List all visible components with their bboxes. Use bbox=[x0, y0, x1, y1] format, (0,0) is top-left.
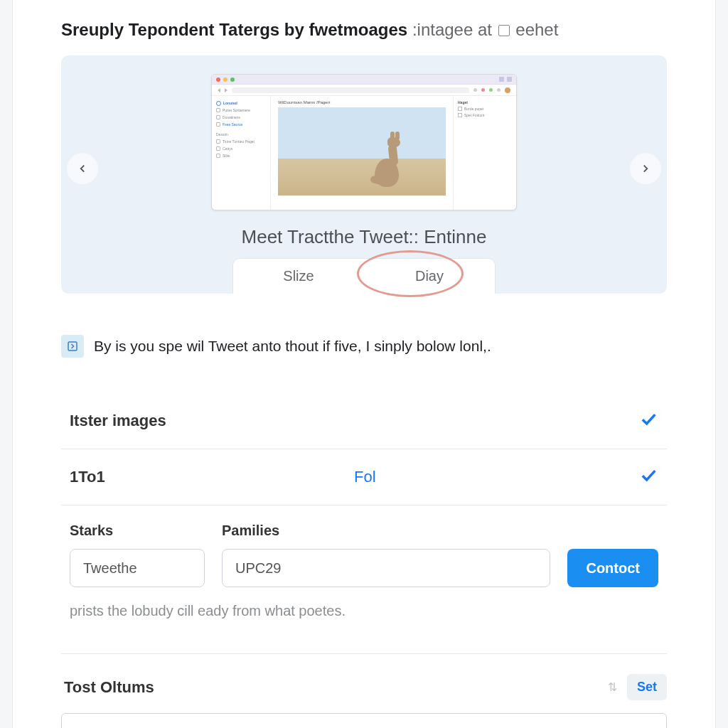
hero-tabs: Slize Diay bbox=[232, 258, 496, 294]
mock-rightpanel: Haget Borde pupet Spet Futtiont bbox=[454, 96, 516, 210]
row-label: 1To1 bbox=[70, 468, 354, 486]
avatar-icon bbox=[505, 87, 510, 93]
back-arrow-icon bbox=[218, 88, 220, 92]
carousel-next-button[interactable] bbox=[630, 153, 661, 184]
screenshot-mock: Lonuted Puttet Sortteniere Dosatinens Fx… bbox=[211, 74, 517, 210]
check-icon bbox=[638, 465, 658, 489]
set-button[interactable]: Set bbox=[627, 674, 667, 700]
chevron-right-icon bbox=[639, 162, 652, 175]
mock-right-header: Haget bbox=[458, 100, 512, 105]
pamilies-label: Pamilies bbox=[222, 523, 550, 539]
field-pamilies: Pamilies bbox=[222, 523, 550, 587]
addr-dot-icon bbox=[481, 88, 485, 92]
forward-arrow-icon bbox=[225, 88, 228, 92]
mock-side-item: Silits bbox=[216, 153, 266, 159]
row-1to1[interactable]: 1To1 Fol bbox=[61, 449, 667, 505]
carousel-prev-button[interactable] bbox=[67, 153, 98, 184]
traffic-light-max-icon bbox=[230, 77, 235, 82]
mock-main-caption: WilDountsan Marns /Pagert bbox=[278, 100, 446, 105]
mock-side-header: Lonuted bbox=[216, 100, 266, 106]
row-label: Itster images bbox=[70, 412, 354, 430]
mock-side-item: Fxea Sauros bbox=[216, 122, 266, 127]
filter-icon[interactable]: ⇅ bbox=[608, 680, 617, 694]
mock-right-item: Borde pupet bbox=[458, 107, 512, 111]
hero-panel: Lonuted Puttet Sortteniere Dosatinens Fx… bbox=[61, 55, 667, 294]
contoct-button[interactable]: Contoct bbox=[567, 549, 658, 587]
mock-addressbar bbox=[212, 85, 516, 96]
form-hint: prists the lobudy cill eady from what po… bbox=[61, 587, 667, 619]
tab-slize[interactable]: Slize bbox=[233, 259, 364, 294]
mock-url bbox=[232, 87, 469, 93]
mock-photo bbox=[278, 107, 446, 196]
bottom-header: Tost Oltums ⇅ Set bbox=[61, 654, 667, 713]
info-text: By is you spe wil Tweet anto thout if fi… bbox=[94, 338, 491, 355]
titlebar-control-icon bbox=[499, 77, 504, 82]
expand-icon[interactable] bbox=[61, 335, 84, 358]
title-trail: eehet bbox=[515, 20, 558, 39]
square-icon bbox=[498, 25, 510, 36]
chevron-left-icon bbox=[76, 162, 89, 175]
tab-diay[interactable]: Diay bbox=[364, 259, 495, 294]
mock-sidebar: Lonuted Puttet Sortteniere Dosatinens Fx… bbox=[212, 96, 270, 210]
titlebar-control-icon bbox=[507, 77, 512, 82]
svg-rect-0 bbox=[68, 342, 77, 350]
row-link[interactable]: Fol bbox=[354, 468, 638, 486]
title-box bbox=[497, 20, 516, 39]
title-light: :intagee at bbox=[412, 20, 492, 39]
settings-list: Itster images 1To1 Fol bbox=[61, 392, 667, 505]
title-strong: Sreuply Tepondent Tatergs by fwetmoages bbox=[61, 20, 407, 39]
mock-titlebar bbox=[212, 75, 516, 85]
pamilies-input[interactable] bbox=[222, 549, 550, 587]
mock-side-item: Puttet Sortteniere bbox=[216, 107, 266, 113]
bottom-heading: Tost Oltums bbox=[61, 678, 154, 697]
section-title: Sreuply Tepondent Tatergs by fwetmoages … bbox=[61, 0, 667, 55]
traffic-light-close-icon bbox=[216, 77, 220, 82]
info-line: By is you spe wil Tweet anto thout if fi… bbox=[61, 335, 667, 358]
starks-input[interactable] bbox=[70, 549, 205, 587]
row-itster-images[interactable]: Itster images bbox=[61, 392, 667, 449]
mock-side-item: Cattys bbox=[216, 146, 266, 151]
mock-side-group: Desstin bbox=[216, 132, 266, 137]
hero-caption: Meet Tractthe Tweet:: Entinne bbox=[61, 226, 667, 248]
addr-dot-icon bbox=[497, 88, 500, 92]
mock-side-item: Dosatinens bbox=[216, 114, 266, 120]
field-starks: Starks bbox=[70, 523, 205, 587]
addr-dot-icon bbox=[489, 88, 493, 92]
addr-dot-icon bbox=[473, 88, 477, 92]
traffic-light-min-icon bbox=[223, 77, 228, 82]
starks-label: Starks bbox=[70, 523, 205, 539]
check-icon bbox=[638, 409, 658, 433]
animal-illustration bbox=[370, 132, 409, 187]
output-line[interactable]: 1.Srrinpe::Cwp9reOrwite.ogryemgih.orql/i… bbox=[61, 713, 667, 728]
mock-side-item: Tiune Tuntteo Paget bbox=[216, 139, 266, 144]
mock-main: WilDountsan Marns /Pagert bbox=[270, 96, 454, 210]
mock-right-item: Spet Futtiont bbox=[458, 113, 512, 117]
form-row: Starks Pamilies Contoct bbox=[61, 505, 667, 587]
